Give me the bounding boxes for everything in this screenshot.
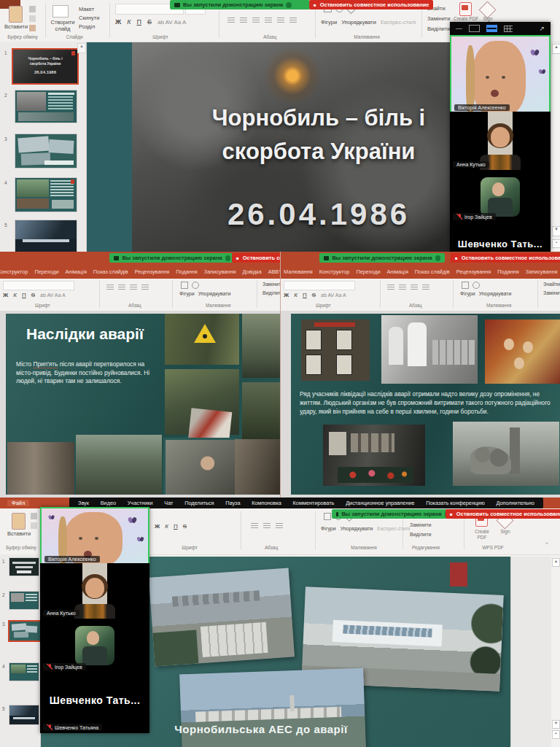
photo-pripyat-city-npp[interactable] — [149, 568, 295, 666]
align-icon[interactable] — [276, 523, 283, 530]
tab-slideshow[interactable]: Показ слайдів — [93, 268, 128, 275]
italic-button[interactable]: К — [294, 292, 298, 298]
photo-liquidators-icon-painting[interactable] — [485, 320, 560, 384]
quick-styles-button[interactable]: Експрес-стилі — [377, 526, 410, 531]
align-icon[interactable] — [422, 285, 429, 291]
stop-share-button[interactable]: ■Остановить совместное использование — [451, 253, 560, 263]
replace-button[interactable]: Замінити — [427, 15, 450, 22]
minimize-icon[interactable]: — — [456, 26, 462, 31]
toolbar-audio[interactable]: Звук — [78, 500, 89, 506]
replace-button[interactable]: Замінити — [410, 522, 431, 527]
align-right-icon[interactable] — [277, 18, 284, 24]
section-button[interactable]: Розділ — [79, 23, 95, 30]
find-button[interactable]: Знайти — [543, 282, 560, 287]
oval-shape-icon[interactable] — [192, 282, 199, 289]
zoom-video-panel[interactable]: — ↗ Вікторія Алексеенко Анна Кутько Ігор… — [450, 22, 551, 252]
slide-body-text[interactable]: Місто Прип'ять після аварії перетворилос… — [16, 360, 160, 386]
tab-transitions[interactable]: Переходи — [34, 268, 58, 275]
cut-icon[interactable] — [29, 6, 36, 12]
underline-button[interactable]: П — [303, 292, 307, 298]
font-name-box[interactable] — [3, 281, 74, 290]
tab-transitions[interactable]: Переходи — [356, 268, 380, 275]
photo-liquidators-white-suits[interactable] — [381, 315, 478, 384]
toolbar-chat[interactable]: Чат — [164, 500, 173, 506]
video-tile-igor[interactable]: Ігор Зайцев — [40, 619, 149, 673]
stop-share-button[interactable]: ■Остановить совместное использование — [446, 509, 560, 519]
replace-button[interactable]: Замінити — [262, 282, 280, 287]
slide-heading[interactable]: Наслідки аварії — [26, 325, 144, 343]
replace-button[interactable]: Замінити — [543, 290, 560, 295]
thumbnail-slide-1[interactable]: Чорнобиль – біль і скорбота України 26.0… — [12, 48, 79, 85]
tab-record[interactable]: Записування — [204, 268, 236, 275]
bullets-icon[interactable] — [387, 285, 394, 291]
bold-button[interactable]: Ж — [3, 292, 8, 298]
copy-icon[interactable] — [29, 15, 36, 22]
shapes-button[interactable]: Фігури — [460, 291, 475, 296]
toolbar-remote-control[interactable]: Дистанционное управление — [346, 500, 414, 506]
gallery-view-icon[interactable] — [486, 25, 497, 32]
oval-shape-icon[interactable] — [472, 282, 480, 289]
arrange-button[interactable]: Упорядкувати — [198, 291, 231, 296]
slide-scrollbar[interactable]: ▲ ▼ ▪ — [551, 557, 560, 747]
photo-firefighters-monument[interactable] — [453, 422, 559, 486]
tab-help[interactable]: Довідка — [242, 268, 261, 275]
thumbnail-slide-2[interactable] — [15, 90, 77, 123]
scroll-up-button[interactable]: ▲ — [552, 558, 560, 567]
photo-corridor[interactable] — [7, 442, 74, 495]
paste-button[interactable]: Вставити — [4, 23, 28, 30]
tab-review[interactable]: Рецензування — [456, 268, 491, 275]
shapes-button[interactable]: Фігури — [321, 19, 337, 26]
toolbar-show-meeting[interactable]: Показать конференцию — [426, 500, 484, 506]
arrange-button[interactable]: Упорядкувати — [479, 291, 512, 296]
font-misc-buttons[interactable]: ab AV Aa A — [321, 293, 346, 298]
grid-view-icon[interactable] — [504, 26, 513, 32]
underline-button[interactable]: П — [136, 18, 141, 26]
tab-abbyy[interactable]: ABBYY FineReader — [268, 268, 280, 275]
justify-icon[interactable] — [289, 18, 297, 24]
tab-animations[interactable]: Анімація — [65, 268, 86, 275]
underline-button[interactable]: П — [174, 523, 178, 530]
new-slide-icon[interactable] — [52, 5, 69, 18]
stop-share-button[interactable]: ■Остановить совместное использование — [232, 253, 280, 263]
tab-view[interactable]: Подання — [497, 268, 518, 275]
video-tile-anna[interactable]: Анна Кутько — [40, 563, 149, 619]
numbering-icon[interactable] — [399, 285, 406, 291]
bold-button[interactable]: Ж — [284, 292, 289, 298]
arrange-button[interactable]: Упорядкувати — [341, 526, 373, 531]
paste-icon[interactable] — [12, 513, 26, 530]
rect-shape-icon[interactable] — [181, 282, 188, 289]
zoom-video-panel[interactable]: Вікторія Алексеенко Анна Кутько Ігор Зай… — [40, 507, 149, 733]
align-left-icon[interactable] — [252, 18, 260, 24]
numbering-icon[interactable] — [118, 285, 125, 291]
cut-icon[interactable] — [31, 513, 37, 519]
strikethrough-button[interactable]: S — [312, 292, 316, 298]
select-button[interactable]: Виділити — [427, 26, 450, 32]
tab-slideshow[interactable]: Показ слайдів — [415, 268, 450, 275]
scroll-down-button[interactable]: ▼ — [552, 720, 560, 729]
shapes-button[interactable]: Фігури — [179, 291, 195, 296]
video-tile-viktoria[interactable]: Вікторія Алексеенко — [40, 507, 149, 566]
strikethrough-button[interactable]: S — [183, 523, 187, 530]
thumbnail-slide-1[interactable] — [9, 557, 39, 576]
quick-styles-button[interactable]: Експрес-стилі — [381, 19, 416, 26]
bold-button[interactable]: Ж — [155, 523, 160, 530]
new-slide-button[interactable]: Створити слайд — [47, 19, 79, 32]
rect-shape-icon[interactable] — [324, 513, 331, 520]
thumb-scroll-up[interactable]: ▲ — [77, 43, 86, 53]
slide-body-text[interactable]: Ряд учасників ліквідації наслідків аварі… — [300, 390, 560, 416]
fit-slide-button[interactable]: ▪ — [552, 730, 560, 739]
scroll-up-button[interactable]: ▲ — [552, 44, 560, 54]
tab-record[interactable]: Записування — [526, 268, 558, 275]
bullets-icon[interactable] — [251, 523, 258, 530]
slide-canvas-consequences[interactable]: Наслідки аварії Місто Прип'ять після ава… — [6, 314, 280, 495]
tab-draw[interactable]: Малювання — [284, 268, 313, 275]
shapes-button[interactable]: Фігури — [321, 526, 336, 531]
photo-abandoned-room[interactable] — [242, 314, 280, 378]
slide-accent-rectangle[interactable] — [450, 562, 467, 587]
stop-share-button[interactable]: ■ Остановить совместное использование — [309, 0, 433, 9]
indent-icon[interactable] — [411, 285, 418, 291]
toolbar-video[interactable]: Видео — [101, 500, 116, 506]
video-tile-shevchenko[interactable]: Шевченко Тать... Шевченко Татьяна — [40, 673, 149, 733]
photo-liquidators-memorial-board[interactable] — [301, 320, 370, 381]
thumbnail-slide-3-selected[interactable] — [8, 620, 42, 642]
